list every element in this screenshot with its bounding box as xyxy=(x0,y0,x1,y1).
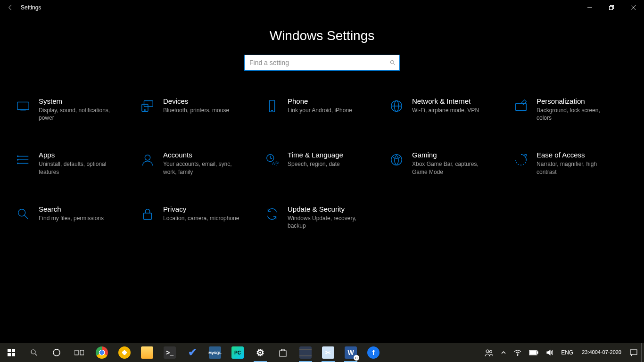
category-desc: Speech, region, date xyxy=(288,160,343,168)
category-title: Personalization xyxy=(537,97,617,105)
category-desc: Link your Android, iPhone xyxy=(288,107,352,114)
tray-wifi-icon[interactable] xyxy=(510,343,525,362)
update-security-icon xyxy=(263,205,281,223)
category-title: Search xyxy=(39,205,104,213)
taskbar: >_ ✔ MySQL PC ⚙ ✂ W8 f ENG 23:40 04-07-2… xyxy=(0,343,644,362)
svg-rect-46 xyxy=(537,352,538,354)
search-category-icon xyxy=(14,205,32,223)
category-title: System xyxy=(39,97,119,105)
svg-point-39 xyxy=(53,349,60,356)
category-system[interactable]: System Display, sound, notifications, po… xyxy=(13,96,133,123)
tray-volume-icon[interactable] xyxy=(542,343,557,362)
show-desktop-button[interactable] xyxy=(641,343,644,362)
globe-icon xyxy=(388,97,405,115)
privacy-icon xyxy=(139,205,157,223)
tray-time: 23:40 xyxy=(582,349,595,356)
category-privacy[interactable]: Privacy Location, camera, microphone xyxy=(138,204,257,230)
tray-battery-icon[interactable] xyxy=(525,343,542,362)
minimize-button[interactable] xyxy=(579,0,601,15)
taskbar-app-todo[interactable]: ✔ xyxy=(181,343,204,362)
window-controls xyxy=(579,0,644,15)
svg-rect-34 xyxy=(12,349,15,352)
category-search[interactable]: Search Find my files, permissions xyxy=(13,204,133,230)
svg-point-42 xyxy=(486,350,489,353)
category-devices[interactable]: Devices Bluetooth, printers, mouse xyxy=(138,96,257,123)
tray-language[interactable]: ENG xyxy=(557,343,577,362)
taskbar-app-calculator[interactable] xyxy=(294,343,317,362)
tray-chevron-up-icon[interactable] xyxy=(497,343,510,362)
search-wrap xyxy=(0,55,644,71)
taskbar-app-settings[interactable]: ⚙ xyxy=(249,343,272,362)
category-gaming[interactable]: Gaming Xbox Game Bar, captures, Game Mod… xyxy=(387,150,506,176)
svg-line-38 xyxy=(35,354,37,355)
svg-rect-36 xyxy=(12,353,15,356)
taskbar-app-word[interactable]: W8 xyxy=(339,343,362,362)
category-title: Gaming xyxy=(412,151,492,159)
cortana-button[interactable] xyxy=(45,343,68,362)
category-update-security[interactable]: Update & Security Windows Update, recove… xyxy=(262,204,382,230)
start-button[interactable] xyxy=(0,343,23,362)
category-desc: Narrator, magnifier, high contrast xyxy=(537,160,617,175)
svg-text:A字: A字 xyxy=(272,162,279,166)
category-desc: Xbox Game Bar, captures, Game Mode xyxy=(412,160,492,175)
category-desc: Find my files, permissions xyxy=(39,214,104,222)
taskbar-app-facebook[interactable]: f xyxy=(362,343,385,362)
svg-rect-2 xyxy=(610,7,613,10)
search-box[interactable] xyxy=(244,55,400,71)
svg-point-22 xyxy=(17,159,18,160)
maximize-button[interactable] xyxy=(601,0,622,15)
system-tray: ENG 23:40 04-07-2020 xyxy=(481,343,644,362)
taskbar-app-snipping-tool[interactable]: ✂ xyxy=(317,343,339,362)
svg-line-27 xyxy=(270,158,272,159)
svg-rect-47 xyxy=(530,351,536,354)
category-time-language[interactable]: A字 Time & Language Speech, region, date xyxy=(262,150,382,176)
category-title: Phone xyxy=(288,97,352,105)
category-desc: Uninstall, defaults, optional features xyxy=(39,160,119,175)
system-icon xyxy=(14,97,32,115)
category-title: Accounts xyxy=(163,151,243,159)
category-desc: Location, camera, microphone xyxy=(163,214,239,222)
taskbar-app-file-explorer[interactable] xyxy=(136,343,158,362)
svg-point-21 xyxy=(17,156,18,157)
gaming-icon xyxy=(388,151,405,169)
category-phone[interactable]: Phone Link your Android, iPhone xyxy=(262,96,382,123)
svg-point-29 xyxy=(391,155,402,165)
category-accounts[interactable]: Accounts Your accounts, email, sync, wor… xyxy=(138,150,257,176)
svg-point-30 xyxy=(18,209,25,216)
category-title: Ease of Access xyxy=(537,151,617,159)
tray-people-icon[interactable] xyxy=(481,343,497,362)
svg-rect-32 xyxy=(144,213,152,219)
taskbar-app-terminal[interactable]: >_ xyxy=(158,343,181,362)
category-title: Update & Security xyxy=(288,205,368,213)
svg-rect-35 xyxy=(8,353,11,356)
tray-clock[interactable]: 23:40 04-07-2020 xyxy=(577,343,626,362)
task-view-button[interactable] xyxy=(68,343,91,362)
personalization-icon xyxy=(512,97,530,115)
category-apps[interactable]: Apps Uninstall, defaults, optional featu… xyxy=(13,150,133,176)
category-desc: Display, sound, notifications, power xyxy=(39,107,119,122)
svg-point-44 xyxy=(517,355,518,356)
category-title: Privacy xyxy=(163,205,239,213)
category-personalization[interactable]: Personalization Background, lock screen,… xyxy=(511,96,631,123)
category-network[interactable]: Network & Internet Wi-Fi, airplane mode,… xyxy=(387,96,506,123)
search-input[interactable] xyxy=(245,59,386,66)
taskbar-app-chrome[interactable] xyxy=(91,343,113,362)
page-title: Windows Settings xyxy=(0,28,644,43)
svg-line-6 xyxy=(394,64,395,65)
taskbar-app-pycharm[interactable]: PC xyxy=(226,343,249,362)
titlebar: Settings xyxy=(0,0,644,15)
taskbar-app-store[interactable] xyxy=(272,343,294,362)
back-button[interactable] xyxy=(4,1,17,14)
taskbar-search-button[interactable] xyxy=(23,343,45,362)
category-ease-of-access[interactable]: Ease of Access Narrator, magnifier, high… xyxy=(511,150,631,176)
tray-action-center-icon[interactable] xyxy=(626,343,641,362)
svg-point-11 xyxy=(144,110,145,111)
close-button[interactable] xyxy=(622,0,644,15)
category-desc: Your accounts, email, sync, work, family xyxy=(163,160,243,175)
phone-icon xyxy=(263,97,281,115)
taskbar-app-mysql[interactable]: MySQL xyxy=(204,343,226,362)
taskbar-app-chrome-canary[interactable] xyxy=(113,343,136,362)
svg-rect-40 xyxy=(74,350,78,355)
category-title: Devices xyxy=(163,97,229,105)
svg-point-5 xyxy=(390,60,394,64)
